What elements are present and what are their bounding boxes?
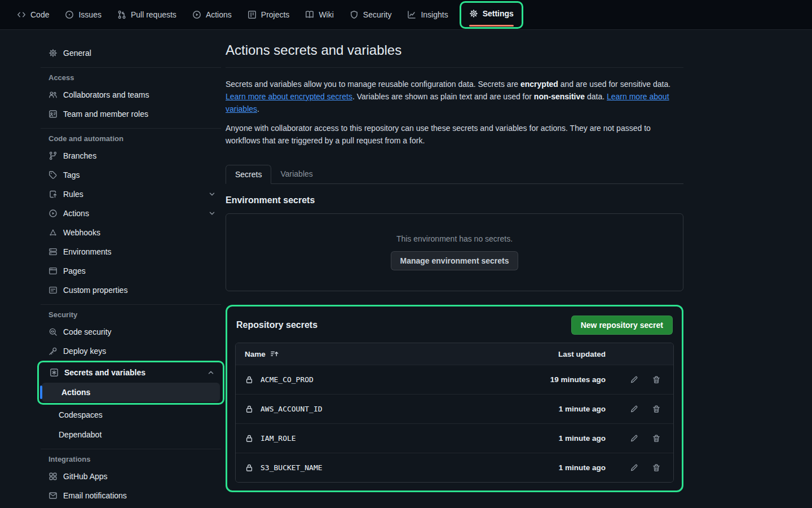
nav-tab-label: Projects — [261, 10, 290, 19]
sidebar-item-secrets-and-variables[interactable]: Secrets and variables — [42, 363, 220, 382]
server-icon — [48, 247, 58, 256]
delete-secret-button[interactable] — [652, 375, 661, 384]
browser-icon — [48, 266, 58, 275]
delete-secret-button[interactable] — [652, 434, 661, 443]
play-circle-icon — [192, 10, 201, 19]
sidebar-item-code-security[interactable]: Code security — [41, 322, 221, 341]
nav-tab-projects[interactable]: Projects — [243, 6, 294, 24]
nav-tab-code[interactable]: Code — [12, 6, 54, 24]
annotation-secrets-and-variables: Secrets and variables Actions — [37, 361, 224, 405]
sidebar-divider — [41, 128, 221, 129]
edit-secret-button[interactable] — [629, 434, 638, 443]
graph-icon — [407, 10, 416, 19]
intro-bold-encrypted: encrypted — [520, 80, 558, 89]
sidebar-item-actions[interactable]: Actions — [41, 204, 221, 223]
sidebar-subitem-actions[interactable]: Actions — [42, 383, 220, 402]
delete-secret-button[interactable] — [652, 463, 661, 472]
secret-name-cell: ACME_CO_PROD — [245, 375, 521, 384]
tab-secrets[interactable]: Secrets — [226, 165, 271, 184]
nav-tab-pull-requests[interactable]: Pull requests — [113, 6, 181, 24]
table-header-row: Name Last updated — [236, 343, 673, 365]
repository-secrets-header: Repository secrets New repository secret — [235, 314, 674, 335]
sidebar-item-rules[interactable]: Rules — [41, 185, 221, 204]
chevron-down-icon[interactable] — [208, 209, 217, 218]
last-updated-column-header: Last updated — [521, 350, 606, 358]
name-column-header[interactable]: Name — [245, 349, 521, 358]
gear-icon — [48, 49, 58, 58]
sidebar-item-label: Rules — [63, 190, 202, 199]
sidebar-item-deploy-keys[interactable]: Deploy keys — [41, 341, 221, 361]
secret-updated: 1 minute ago — [521, 434, 606, 443]
nav-tab-settings[interactable]: Settings — [465, 5, 518, 23]
trash-icon — [652, 463, 661, 472]
nav-tab-label: Actions — [206, 10, 232, 19]
intro-bold-non-sensitive: non-sensitive — [534, 92, 585, 101]
secret-updated: 1 minute ago — [521, 463, 606, 472]
settings-sidebar: General Access Collaborators and teams T… — [0, 30, 226, 508]
edit-secret-button[interactable] — [629, 405, 638, 414]
sidebar-item-tags[interactable]: Tags — [41, 165, 221, 185]
environment-secrets-panel: This environment has no secrets. Manage … — [226, 213, 683, 291]
nav-tab-wiki[interactable]: Wiki — [301, 6, 338, 24]
sidebar-item-label: Email notifications — [63, 491, 127, 500]
repo-nav: Code Issues Pull requests Actions Projec… — [0, 0, 812, 30]
selected-indicator — [40, 386, 42, 399]
nav-tab-issues[interactable]: Issues — [60, 6, 105, 24]
tag-icon — [48, 170, 58, 179]
secret-name-cell: IAM_ROLE — [245, 434, 521, 443]
sidebar-item-email-notifications[interactable]: Email notifications — [41, 486, 221, 505]
note-icon — [48, 286, 58, 295]
sidebar-item-label: Branches — [63, 151, 96, 160]
sidebar-item-github-apps[interactable]: GitHub Apps — [41, 467, 221, 486]
secret-updated: 19 minutes ago — [521, 375, 606, 384]
id-badge-icon — [48, 110, 58, 119]
sidebar-subitem-label: Dependabot — [59, 430, 102, 439]
annotation-repository-secrets: Repository secrets New repository secret… — [226, 305, 683, 492]
nav-tab-insights[interactable]: Insights — [403, 6, 452, 24]
sidebar-subitem-codespaces[interactable]: Codespaces — [43, 405, 218, 424]
repository-secrets-heading: Repository secrets — [236, 320, 317, 330]
secrets-variables-tabnav: Secrets Variables — [226, 165, 683, 184]
secret-name-cell: S3_BUCKET_NAME — [245, 463, 521, 472]
sidebar-item-label: Environments — [63, 247, 112, 256]
sidebar-subitem-label: Actions — [61, 388, 90, 397]
people-icon — [48, 90, 58, 99]
edit-secret-button[interactable] — [629, 463, 638, 472]
delete-secret-button[interactable] — [652, 405, 661, 414]
intro-text: Secrets and variables allow you to manag… — [226, 80, 520, 89]
tab-variables[interactable]: Variables — [271, 165, 321, 184]
sidebar-subitem-dependabot[interactable]: Dependabot — [43, 425, 218, 444]
manage-environment-secrets-button[interactable]: Manage environment secrets — [391, 251, 519, 270]
chevron-up-icon[interactable] — [206, 368, 215, 377]
pencil-icon — [629, 463, 638, 472]
sidebar-item-webhooks[interactable]: Webhooks — [41, 223, 221, 242]
webhook-icon — [48, 228, 58, 237]
mail-icon — [48, 491, 58, 500]
nav-tab-security[interactable]: Security — [345, 6, 396, 24]
annotation-settings-tab: Settings — [460, 1, 523, 29]
sidebar-section-code-automation: Code and automation — [41, 134, 221, 143]
nav-tab-actions[interactable]: Actions — [188, 6, 236, 24]
nav-tab-label: Issues — [78, 10, 101, 19]
secret-row: AWS_ACCOUNT_ID 1 minute ago — [236, 394, 673, 423]
rules-icon — [48, 190, 58, 199]
row-actions — [606, 375, 664, 384]
sidebar-section-access: Access — [41, 73, 221, 82]
sidebar-item-pages[interactable]: Pages — [41, 261, 221, 281]
chevron-down-icon[interactable] — [208, 190, 217, 199]
secret-row: IAM_ROLE 1 minute ago — [236, 423, 673, 453]
sidebar-item-environments[interactable]: Environments — [41, 242, 221, 261]
sidebar-item-label: Collaborators and teams — [63, 90, 149, 99]
new-repository-secret-button[interactable]: New repository secret — [571, 316, 673, 335]
intro-text: and are used for sensitive data. — [558, 80, 670, 89]
link-encrypted-secrets[interactable]: Learn more about encrypted secrets — [226, 92, 352, 101]
sidebar-item-team-roles[interactable]: Team and member roles — [41, 104, 221, 124]
sidebar-item-general[interactable]: General — [41, 43, 221, 63]
sidebar-item-branches[interactable]: Branches — [41, 146, 221, 165]
sidebar-item-custom-properties[interactable]: Custom properties — [41, 281, 221, 300]
sidebar-item-label: Tags — [63, 170, 80, 179]
sidebar-item-collaborators[interactable]: Collaborators and teams — [41, 85, 221, 104]
edit-secret-button[interactable] — [629, 375, 638, 384]
key-asterisk-icon — [50, 368, 59, 377]
pull-request-icon — [117, 10, 126, 19]
